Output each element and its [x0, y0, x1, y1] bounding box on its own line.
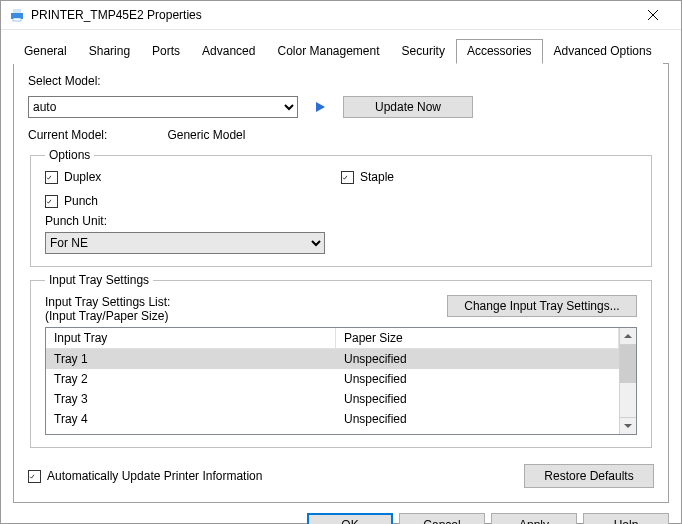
model-select[interactable]: auto — [28, 96, 298, 118]
close-icon — [648, 10, 658, 20]
duplex-checkbox[interactable]: Duplex — [45, 170, 341, 184]
select-model-label: Select Model: — [28, 74, 654, 88]
current-model-value: Generic Model — [167, 128, 245, 142]
dialog-buttons: OK Cancel Apply Help — [1, 513, 681, 524]
table-row[interactable]: Tray 4Unspecified — [46, 409, 619, 429]
table-row[interactable]: Tray 2Unspecified — [46, 369, 619, 389]
input-tray-legend: Input Tray Settings — [45, 273, 153, 287]
scroll-down-button[interactable] — [620, 417, 636, 434]
tab-sharing[interactable]: Sharing — [78, 39, 141, 64]
checkbox-icon — [45, 195, 58, 208]
tab-advanced-options[interactable]: Advanced Options — [543, 39, 663, 64]
tray-list-label: Input Tray Settings List: — [45, 295, 437, 309]
scroll-up-button[interactable] — [620, 328, 636, 345]
checkbox-icon — [45, 171, 58, 184]
play-icon[interactable] — [316, 102, 325, 112]
auto-update-checkbox[interactable]: Automatically Update Printer Information — [28, 469, 262, 483]
svg-rect-1 — [13, 9, 21, 13]
tab-accessories[interactable]: Accessories — [456, 39, 543, 64]
tray-table: Input Tray Paper Size Tray 1UnspecifiedT… — [45, 327, 637, 435]
table-row[interactable]: Tray 3Unspecified — [46, 389, 619, 409]
tab-color-management[interactable]: Color Management — [266, 39, 390, 64]
scroll-thumb[interactable] — [620, 345, 636, 383]
printer-icon — [9, 7, 25, 23]
window-title: PRINTER_TMP45E2 Properties — [31, 8, 633, 22]
col-paper-size[interactable]: Paper Size — [336, 328, 619, 348]
cancel-button[interactable]: Cancel — [399, 513, 485, 524]
tab-advanced[interactable]: Advanced — [191, 39, 266, 64]
close-button[interactable] — [633, 1, 673, 29]
tab-ports[interactable]: Ports — [141, 39, 191, 64]
tray-list-sublabel: (Input Tray/Paper Size) — [45, 309, 437, 323]
current-model-label: Current Model: — [28, 128, 107, 142]
checkbox-icon — [28, 470, 41, 483]
input-tray-group: Input Tray Settings Input Tray Settings … — [30, 273, 652, 448]
accessories-panel: Select Model: auto Update Now Current Mo… — [13, 64, 669, 503]
tab-general[interactable]: General — [13, 39, 78, 64]
table-row[interactable]: Tray 1Unspecified — [46, 349, 619, 369]
svg-rect-2 — [13, 18, 21, 21]
tab-security[interactable]: Security — [391, 39, 456, 64]
chevron-up-icon — [624, 334, 632, 338]
change-tray-button[interactable]: Change Input Tray Settings... — [447, 295, 637, 317]
punch-checkbox[interactable]: Punch — [45, 194, 341, 208]
titlebar: PRINTER_TMP45E2 Properties — [1, 1, 681, 30]
ok-button[interactable]: OK — [307, 513, 393, 524]
checkbox-icon — [341, 171, 354, 184]
content-area: GeneralSharingPortsAdvancedColor Managem… — [1, 30, 681, 513]
punch-unit-label: Punch Unit: — [45, 214, 637, 228]
table-header: Input Tray Paper Size — [46, 328, 619, 349]
scrollbar[interactable] — [619, 328, 636, 434]
restore-defaults-button[interactable]: Restore Defaults — [524, 464, 654, 488]
help-button[interactable]: Help — [583, 513, 669, 524]
options-group: Options Duplex Punch — [30, 148, 652, 267]
chevron-down-icon — [624, 424, 632, 428]
col-input-tray[interactable]: Input Tray — [46, 328, 336, 348]
update-now-button[interactable]: Update Now — [343, 96, 473, 118]
punch-unit-select[interactable]: For NE — [45, 232, 325, 254]
apply-button[interactable]: Apply — [491, 513, 577, 524]
staple-checkbox[interactable]: Staple — [341, 170, 637, 184]
properties-window: PRINTER_TMP45E2 Properties GeneralSharin… — [0, 0, 682, 524]
tab-strip: GeneralSharingPortsAdvancedColor Managem… — [13, 38, 669, 64]
options-legend: Options — [45, 148, 94, 162]
table-row[interactable]: Tray 5Unspecified — [46, 429, 619, 434]
